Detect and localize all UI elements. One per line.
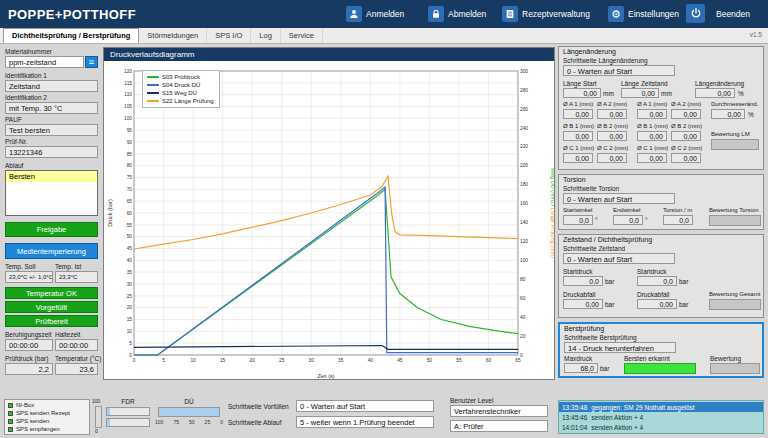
pressure-curve-chart: 0510152025303540455055606505101520253035…: [104, 61, 556, 381]
haltezeit-field: 00:00:00: [55, 339, 98, 351]
temp-soll-field: 23,0°C +/- 1,0°C: [5, 271, 53, 283]
svg-text:25: 25: [279, 358, 285, 363]
fdr-bar-2: [106, 418, 150, 427]
freigabe-button[interactable]: Freigabe: [5, 222, 98, 237]
bewertung-berst-label: Bewertung: [710, 355, 741, 362]
bewertung-berst-field: [710, 363, 760, 374]
svg-text:80: 80: [520, 277, 526, 282]
legend-item: S15 Weg DÜ: [147, 89, 214, 97]
startwinkel-unit: °: [595, 217, 598, 224]
svg-text:120: 120: [124, 69, 132, 74]
identifikation2-field[interactable]: mit Temp. 30 °C: [5, 102, 98, 114]
fdr-label: FDR: [106, 398, 150, 405]
svg-text:0: 0: [133, 358, 136, 363]
bewertung-lm-field: [711, 139, 759, 150]
ablauf-item-bersten[interactable]: Bersten: [6, 171, 97, 182]
legend-swatch-s04: [147, 84, 159, 86]
startdruck2-field: 0,0: [637, 276, 677, 286]
legend-label-s03: S03 Prüfdruck: [162, 74, 200, 80]
io-row-nibox: NI-Box: [5, 401, 89, 409]
tab-dichtheitspruefung-berstpruefung[interactable]: Dichtheitsprüfung / Berstprüfung: [3, 28, 139, 43]
ablauf-listbox[interactable]: Bersten: [5, 170, 98, 216]
anmelden-button[interactable]: Anmelden: [346, 5, 404, 23]
svg-text:140: 140: [520, 220, 528, 225]
laengenaenderung-panel: Längenänderung Schrittweite Längenänderu…: [558, 46, 764, 170]
einstellungen-button[interactable]: ⚙ Einstellungen: [608, 5, 679, 23]
pauf-field[interactable]: Test bersten: [5, 124, 98, 136]
brand-logo: POPPE+POTTHOFF: [8, 7, 136, 22]
svg-text:10: 10: [190, 358, 196, 363]
startdruck2-unit: bar: [679, 278, 688, 285]
fdr-bar-1: [106, 407, 150, 416]
gauge-scale-top: 100: [92, 399, 100, 405]
pruefbereit-indicator: Prüfbereit: [5, 315, 98, 327]
log-entry[interactable]: 13:45:46 senden Aktion + 4: [559, 412, 763, 422]
endwinkel-field: 0,0: [613, 215, 643, 225]
version-label: v1.5: [750, 31, 762, 38]
startdruck1-unit: bar: [605, 278, 614, 285]
log-text: senden Aktion + 4: [591, 424, 643, 431]
io-row-sps-senden: SPS senden: [5, 417, 89, 425]
haltezeit-label: Haltezeit: [55, 331, 80, 338]
svg-text:260: 260: [520, 107, 528, 112]
laengenaenderung-label: Längenänderung: [695, 80, 744, 87]
bersten-erkannt-indicator: [624, 363, 696, 374]
legend-item: S03 Prüfdruck: [147, 73, 214, 81]
tab-stoermeldungen[interactable]: Störmeldungen: [139, 28, 207, 43]
benutzer-level-field-1: Verfahrenstechniker: [450, 405, 548, 417]
bewertung-torsion-label: Bewertung Torsion: [709, 207, 759, 214]
dia-c2-label-1: Ø C 2 (mm): [597, 145, 628, 152]
vertical-fill-gauge: [95, 406, 102, 428]
torsion-m-label: Torsion / m: [663, 207, 692, 214]
abmelden-button[interactable]: Abmelden: [428, 5, 486, 23]
maxdruck-unit: bar: [600, 365, 609, 372]
svg-text:60: 60: [520, 296, 526, 301]
svg-text:55: 55: [127, 223, 133, 228]
svg-text:20: 20: [249, 358, 255, 363]
schrittweite-torsion-label: Schrittweite Torsion: [563, 185, 619, 192]
svg-text:280: 280: [520, 88, 528, 93]
dia-a2-label-2: Ø A 2 (mm): [671, 101, 701, 108]
power-button[interactable]: [686, 4, 705, 22]
dia-b1-field-2: 0,00: [637, 131, 667, 141]
pruefnr-field[interactable]: 13221346: [5, 146, 98, 158]
tab-log[interactable]: Log: [251, 28, 281, 43]
io-label: SPS senden: [16, 418, 49, 424]
tab-sps-io[interactable]: SPS I/O: [207, 28, 251, 43]
einstellungen-label: Einstellungen: [628, 9, 679, 19]
tab-service[interactable]: Service: [281, 28, 323, 43]
log-entry[interactable]: 14:01:04 senden Aktion + 4: [559, 422, 763, 432]
status-dot: [8, 403, 13, 408]
druckabfall1-field: 0,00: [563, 299, 603, 309]
zeitstand-title: Zeitstand / Dichtheitsprüfung: [563, 236, 652, 243]
laenge-start-unit: mm: [603, 90, 614, 97]
svg-text:20: 20: [127, 305, 133, 310]
beenden-button[interactable]: Beenden: [716, 5, 750, 23]
log-time: 13:45:46: [562, 414, 587, 421]
materialnummer-input[interactable]: ppm-zeitstand: [5, 56, 84, 68]
medientemperierung-button[interactable]: Medientemperierung: [5, 243, 98, 259]
vorgefuellt-indicator: Vorgefüllt: [5, 301, 98, 313]
schrittweite-laenge-field: 0 - Warten auf Start: [563, 65, 675, 76]
legend-label-s04: S04 Druck DÜ: [162, 82, 200, 88]
svg-text:85: 85: [127, 152, 133, 157]
material-lookup-button[interactable]: ≡: [85, 56, 98, 68]
status-dot: [8, 419, 13, 424]
svg-text:240: 240: [520, 126, 528, 131]
temperatur-ok-indicator: Temperatur OK: [5, 287, 98, 299]
svg-text:30: 30: [309, 358, 315, 363]
identifikation1-field[interactable]: Zeitstand: [5, 80, 98, 92]
schrittweite-ablauf-label: Schrittweite Ablauf: [228, 419, 281, 426]
dia-b2-label-2: Ø B 2 (mm): [671, 123, 702, 130]
dia-b2-label-1: Ø B 2 (mm): [597, 123, 628, 130]
log-entry-highlighted[interactable]: 13:35:48 gegangen: SM 29 Nothalt ausgelö…: [559, 402, 763, 412]
due-scale-tick: 25: [205, 419, 211, 425]
svg-text:55: 55: [456, 358, 462, 363]
dia-b1-field-1: 0,00: [563, 131, 593, 141]
rezeptverwaltung-button[interactable]: Rezeptverwaltung: [502, 5, 590, 23]
svg-text:35: 35: [127, 270, 133, 275]
druckabfall2-field: 0,00: [637, 299, 677, 309]
laengenaenderung-title: Längenänderung: [563, 48, 616, 55]
svg-text:60: 60: [486, 358, 492, 363]
dia-c1-field-2: 0,00: [637, 153, 667, 163]
